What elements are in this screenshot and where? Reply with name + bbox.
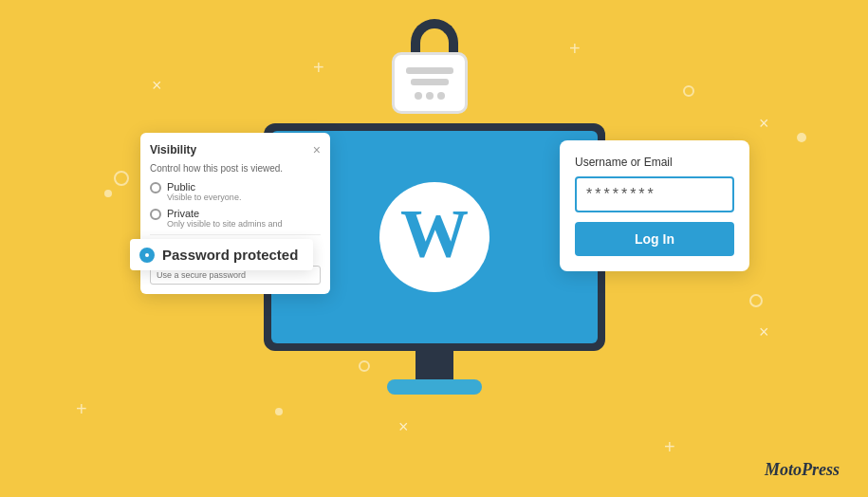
radio-private: [150, 209, 161, 220]
decor-circle-3: [683, 85, 694, 97]
option-private-label: Private: [167, 208, 321, 219]
svg-text:W: W: [400, 195, 469, 271]
radio-password-protected: [139, 248, 155, 263]
login-button[interactable]: Log In: [575, 222, 734, 256]
decor-x-2: ×: [759, 322, 769, 342]
decor-x-4: ×: [398, 417, 409, 437]
popup-title: Visibility: [150, 143, 196, 156]
padlock-icon: [392, 19, 477, 114]
decor-plus-4: +: [664, 436, 675, 458]
decor-plus-2: +: [569, 38, 581, 60]
password-protected-badge[interactable]: Password protected: [130, 239, 313, 270]
radio-public: [150, 182, 161, 193]
motopress-logo: MotoPress: [765, 460, 840, 480]
option-public-desc: Visible to everyone.: [167, 193, 321, 202]
password-protected-text: Password protected: [162, 247, 298, 263]
close-button[interactable]: ×: [313, 142, 321, 157]
option-public-label: Public: [167, 181, 321, 193]
wordpress-logo: W: [378, 180, 491, 294]
username-label: Username or Email: [575, 156, 734, 169]
decor-dot-1: [797, 133, 806, 142]
divider: [150, 234, 321, 235]
password-field[interactable]: [575, 176, 734, 212]
login-form: Username or Email Log In: [560, 140, 749, 271]
option-public[interactable]: Public Visible to everyone.: [150, 181, 321, 202]
decor-dot-4: [104, 190, 112, 197]
decor-circle-1: [114, 171, 129, 186]
decor-plus-1: +: [313, 57, 324, 79]
option-private[interactable]: Private Only visible to site admins and: [150, 208, 321, 229]
decor-circle-4: [749, 294, 763, 307]
option-private-desc: Only visible to site admins and: [167, 219, 321, 229]
decor-plus-3: +: [76, 398, 87, 420]
popup-subtitle: Control how this post is viewed.: [150, 163, 321, 174]
decor-x-1: ×: [152, 76, 162, 96]
decor-dot-2: [275, 408, 283, 415]
decor-x-3: ×: [759, 114, 769, 134]
